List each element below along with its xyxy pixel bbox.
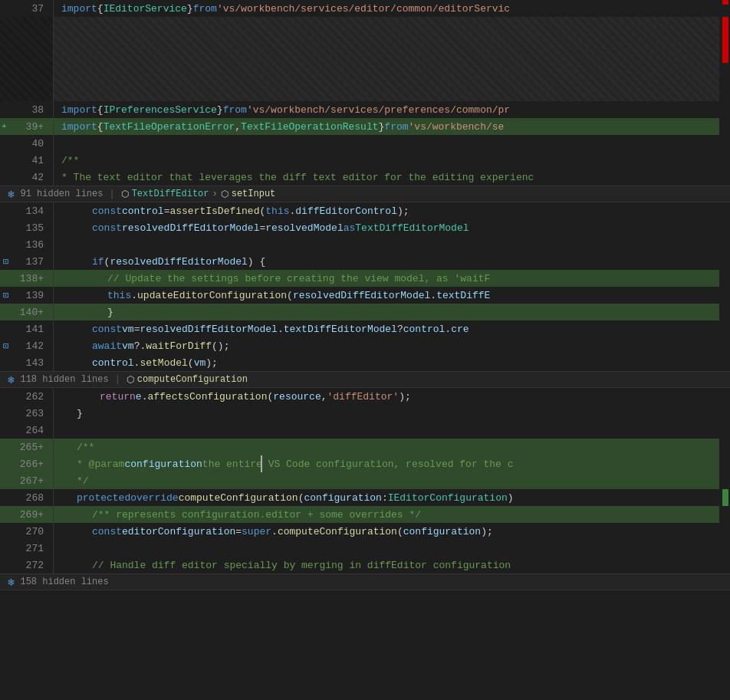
code-content-141: const vm = resolvedDiffEditorModel . tex… xyxy=(54,320,719,337)
token: . xyxy=(430,290,436,301)
token: updateEditorConfiguration xyxy=(137,290,287,301)
line-number-264: 264 xyxy=(0,422,54,439)
token: (); xyxy=(212,340,229,352)
hidden-lines-158[interactable]: ❄ 158 hidden lines xyxy=(0,573,730,590)
token: IPreferencesService xyxy=(104,104,217,116)
code-line-271: 271 xyxy=(0,540,730,557)
token: * The text editor that leverages the dif… xyxy=(61,172,534,183)
token: ( xyxy=(188,357,194,369)
separator-2: | xyxy=(115,374,120,385)
token: control xyxy=(122,205,164,217)
code-content-140: } xyxy=(54,304,719,320)
token: . xyxy=(131,290,137,301)
line-number-271: 271 xyxy=(0,540,54,557)
line-number-39: + 39+ xyxy=(0,118,54,135)
code-content-42: * The text editor that leverages the dif… xyxy=(54,169,719,186)
line-number-137: ⊡ 137 xyxy=(0,253,54,270)
code-line-39: + 39+ import { TextFileOperationError , … xyxy=(0,118,730,135)
code-content-264 xyxy=(54,422,719,439)
code-content-269: /** represents configuration.editor + so… xyxy=(54,506,719,523)
token: IEditorConfiguration xyxy=(388,492,508,504)
token: import xyxy=(61,121,97,133)
token: ); xyxy=(481,526,493,537)
code-content-143: control . setModel ( vm ); xyxy=(54,354,719,371)
line-number-134: 134 xyxy=(0,202,54,219)
token: /** xyxy=(77,442,94,453)
collapse-icon-3: ❄ xyxy=(8,576,14,589)
token: computeConfiguration xyxy=(278,526,397,537)
line-number-138: 138+ xyxy=(0,270,54,287)
code-content-270: const editorConfiguration = super . comp… xyxy=(54,523,719,540)
token: resolvedDiffEditorModel xyxy=(140,324,277,335)
token: ) { xyxy=(248,256,265,268)
code-content-38: import { IPreferencesService } from 'vs/… xyxy=(54,101,719,118)
line-number-40: 40 xyxy=(0,135,54,152)
token: textDiffE xyxy=(436,290,490,301)
code-line-139: ⊡ 139 this . updateEditorConfiguration (… xyxy=(0,287,730,304)
breadcrumb-text-2: setInput xyxy=(232,189,276,199)
token: resolvedDiffEditorModel xyxy=(110,256,247,268)
token: { xyxy=(97,3,104,15)
token: control xyxy=(92,357,134,369)
code-line-137: ⊡ 137 if ( resolvedDiffEditorModel ) { xyxy=(0,253,730,270)
token: as xyxy=(344,222,356,234)
token: ); xyxy=(206,357,218,369)
token: if xyxy=(92,256,104,268)
token: ( xyxy=(397,526,403,537)
token: } xyxy=(187,3,193,15)
code-content-268: protected override computeConfiguration … xyxy=(54,489,719,506)
token: , xyxy=(321,391,327,403)
code-line-138: 138+ // Update the settings before creat… xyxy=(0,270,730,287)
token: ); xyxy=(399,391,411,403)
code-line-269: 269+ /** represents configuration.editor… xyxy=(0,506,730,523)
code-content-39: import { TextFileOperationError , TextFi… xyxy=(54,118,719,135)
line-number-142: ⊡ 142 xyxy=(0,337,54,354)
token: ( xyxy=(287,290,293,301)
token: cre xyxy=(451,324,469,335)
line-number-270: 270 xyxy=(0,523,54,540)
token: } xyxy=(77,408,83,419)
code-content-134: const control = assertIsDefined ( this .… xyxy=(54,202,719,219)
token: */ xyxy=(77,475,89,487)
hidden-lines-91[interactable]: ❄ 91 hidden lines | ⬡ TextDiffEditor › ⬡… xyxy=(0,186,730,202)
empty-region xyxy=(0,17,730,101)
breadcrumb-3: ⬡ computeConfiguration xyxy=(127,374,248,386)
line-number-262: 262 xyxy=(0,388,54,405)
line-number-42: 42 xyxy=(0,169,54,186)
code-line-141: 141 const vm = resolvedDiffEditorModel .… xyxy=(0,320,730,337)
code-content-267: */ xyxy=(54,472,719,489)
code-content-271 xyxy=(54,540,719,557)
token: diffEditorControl xyxy=(295,205,397,217)
breadcrumb-icon-3: ⬡ xyxy=(127,374,134,386)
code-content-142: await vm ?. waitForDiff (); xyxy=(54,337,719,354)
code-content-137: if ( resolvedDiffEditorModel ) { xyxy=(54,253,719,270)
breadcrumb-text-1: TextDiffEditor xyxy=(132,189,209,199)
line-number-268: 268 xyxy=(0,489,54,506)
token: ); xyxy=(397,205,409,217)
token: TextDiffEditorModel xyxy=(355,222,469,234)
editor-container: 37 import { IEditorService } from 'vs/wo… xyxy=(0,0,730,700)
token: configuration xyxy=(304,492,381,504)
code-content-262: return e . affectsConfiguration ( resour… xyxy=(54,388,719,405)
line-number-266: 266+ xyxy=(0,455,54,472)
token: , xyxy=(235,121,241,133)
token: . xyxy=(271,526,278,537)
code-line-267: 267+ */ xyxy=(0,472,730,489)
token: TextFileOperationError xyxy=(104,121,235,133)
token: . xyxy=(134,357,140,369)
line-number-140: 140+ xyxy=(0,304,54,320)
token: = xyxy=(164,205,170,217)
token: = xyxy=(134,324,140,335)
token: } xyxy=(107,307,113,318)
token: from xyxy=(384,121,408,133)
token: const xyxy=(92,222,122,234)
token: = xyxy=(259,222,265,234)
hidden-lines-118[interactable]: ❄ 118 hidden lines | ⬡ computeConfigurat… xyxy=(0,371,730,388)
token: import xyxy=(61,3,97,15)
line-number-265: 265+ xyxy=(0,439,54,455)
token: } xyxy=(217,104,223,116)
code-line-41: 41 /** xyxy=(0,152,730,169)
line-number-263: 263 xyxy=(0,405,54,422)
token: ( xyxy=(104,256,110,268)
code-line-38: 38 import { IPreferencesService } from '… xyxy=(0,101,730,118)
